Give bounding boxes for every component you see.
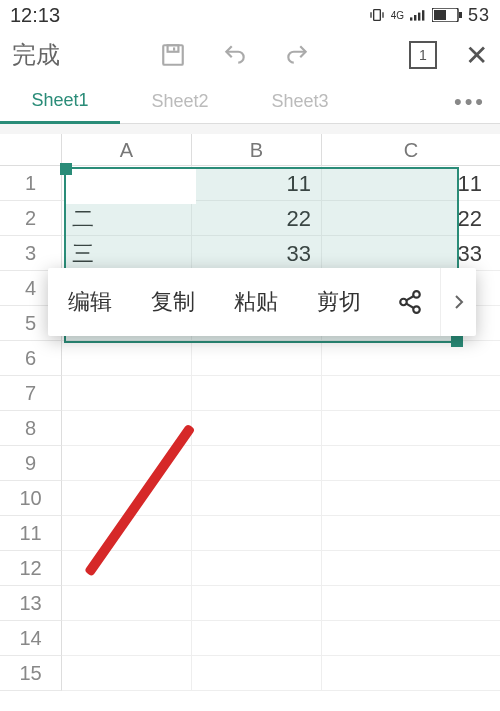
tab-sheet2[interactable]: Sheet2 [120, 81, 240, 122]
cell[interactable] [192, 341, 322, 376]
cell[interactable] [62, 341, 192, 376]
cell[interactable] [192, 516, 322, 551]
cell[interactable]: 33 [322, 236, 500, 271]
cell[interactable] [192, 551, 322, 586]
vibrate-icon [369, 7, 385, 23]
cell[interactable] [322, 586, 500, 621]
close-button[interactable]: ✕ [465, 39, 488, 72]
tab-sheet3[interactable]: Sheet3 [240, 81, 360, 122]
svg-rect-8 [434, 10, 446, 20]
cell[interactable] [322, 656, 500, 691]
svg-rect-6 [422, 10, 424, 20]
cell[interactable] [322, 551, 500, 586]
ctx-cut-button[interactable]: 剪切 [297, 287, 380, 317]
context-menu: 编辑 复制 粘贴 剪切 [48, 268, 476, 336]
svg-rect-5 [418, 13, 420, 21]
tab-more-button[interactable]: ••• [440, 89, 500, 115]
cell[interactable]: 11 [192, 166, 322, 201]
svg-rect-4 [414, 15, 416, 21]
table-row: 7 [0, 376, 500, 411]
cell[interactable] [192, 656, 322, 691]
cell[interactable] [322, 376, 500, 411]
cell[interactable]: 二 [62, 201, 192, 236]
status-time: 12:13 [10, 4, 60, 27]
svg-rect-3 [410, 17, 412, 20]
cell[interactable] [192, 411, 322, 446]
undo-icon[interactable] [222, 42, 248, 68]
battery-percent: 53 [468, 5, 490, 26]
col-header-c[interactable]: C [322, 134, 500, 166]
corner-cell[interactable] [0, 134, 62, 166]
ctx-paste-button[interactable]: 粘贴 [214, 287, 297, 317]
cell[interactable] [192, 481, 322, 516]
ctx-edit-button[interactable]: 编辑 [48, 287, 131, 317]
redo-icon[interactable] [284, 42, 310, 68]
cell[interactable] [322, 516, 500, 551]
cell[interactable] [62, 656, 192, 691]
status-indicators: 4G 53 [369, 5, 490, 26]
ctx-copy-button[interactable]: 复制 [131, 287, 214, 317]
battery-icon [432, 8, 462, 22]
cell[interactable] [62, 621, 192, 656]
cell[interactable]: 22 [192, 201, 322, 236]
cell[interactable]: 22 [322, 201, 500, 236]
sheet-tabs: Sheet1 Sheet2 Sheet3 ••• [0, 80, 500, 124]
cell[interactable] [322, 341, 500, 376]
cell[interactable] [62, 551, 192, 586]
cell[interactable] [62, 516, 192, 551]
cell[interactable] [62, 586, 192, 621]
toolbar: 完成 1 ✕ [0, 30, 500, 80]
page-indicator[interactable]: 1 [409, 41, 437, 69]
cell[interactable] [62, 446, 192, 481]
signal-icon [410, 8, 426, 22]
cell[interactable]: 11 [322, 166, 500, 201]
share-icon [397, 289, 423, 315]
svg-rect-0 [373, 10, 380, 21]
table-row: 12 [0, 551, 500, 586]
cell[interactable] [322, 621, 500, 656]
cell[interactable]: 一 [62, 166, 192, 201]
table-row: 9 [0, 446, 500, 481]
network-4g-icon: 4G [391, 10, 404, 21]
table-row: 10 [0, 481, 500, 516]
svg-point-13 [413, 291, 420, 298]
tab-sheet1[interactable]: Sheet1 [0, 80, 120, 124]
table-row: 15 [0, 656, 500, 691]
cell[interactable] [192, 376, 322, 411]
cell[interactable] [192, 621, 322, 656]
gap [0, 124, 500, 134]
column-headers: A B C [0, 134, 500, 166]
cell[interactable] [322, 446, 500, 481]
table-row: 13 [0, 586, 500, 621]
cell[interactable] [62, 411, 192, 446]
cell[interactable] [62, 376, 192, 411]
status-bar: 12:13 4G 53 [0, 0, 500, 30]
ctx-more-button[interactable] [440, 268, 476, 336]
svg-line-16 [406, 296, 413, 300]
spreadsheet[interactable]: A B C 1一1111 2二2222 3三3333 4 5合计 6 7 8 9… [0, 134, 500, 691]
table-row: 1一1111 [0, 166, 500, 201]
save-icon[interactable] [160, 42, 186, 68]
cell[interactable]: 33 [192, 236, 322, 271]
cell[interactable] [192, 446, 322, 481]
cell[interactable] [62, 481, 192, 516]
chevron-right-icon [454, 294, 464, 310]
svg-rect-9 [459, 12, 462, 18]
cell[interactable] [192, 586, 322, 621]
table-row: 11 [0, 516, 500, 551]
col-header-a[interactable]: A [62, 134, 192, 166]
done-button[interactable]: 完成 [12, 39, 60, 71]
svg-line-17 [406, 304, 413, 308]
svg-point-15 [413, 306, 420, 313]
table-row: 14 [0, 621, 500, 656]
svg-point-14 [400, 299, 407, 306]
table-row: 3三3333 [0, 236, 500, 271]
cell[interactable] [322, 411, 500, 446]
table-row: 8 [0, 411, 500, 446]
table-row: 2二2222 [0, 201, 500, 236]
table-row: 6 [0, 341, 500, 376]
cell[interactable]: 三 [62, 236, 192, 271]
ctx-share-button[interactable] [380, 289, 440, 315]
cell[interactable] [322, 481, 500, 516]
col-header-b[interactable]: B [192, 134, 322, 166]
